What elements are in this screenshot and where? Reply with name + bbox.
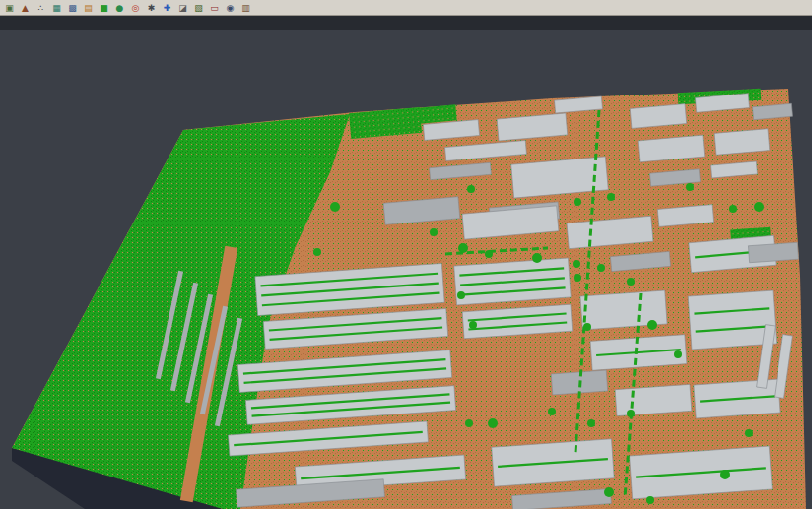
crosshair-icon[interactable]: ✚	[161, 2, 173, 14]
tree	[646, 496, 654, 504]
tree	[330, 202, 340, 212]
histogram-icon[interactable]: ▥	[239, 2, 252, 14]
tree	[532, 253, 542, 263]
tree	[686, 183, 694, 191]
tree	[430, 228, 438, 236]
classification-icon[interactable]: ■	[98, 2, 110, 14]
tree	[313, 248, 321, 256]
dense-cloud-icon[interactable]: ▦	[50, 2, 63, 14]
tree	[574, 274, 581, 282]
viewport-top-band	[0, 16, 812, 30]
tree	[467, 185, 475, 193]
tree	[469, 321, 477, 329]
tree	[597, 264, 605, 272]
tree	[583, 323, 591, 331]
application-window: ▣▲∴▦▩▤■●◎✱✚◪▧▭◉▥	[0, 0, 812, 509]
main-toolbar: ▣▲∴▦▩▤■●◎✱✚◪▧▭◉▥	[0, 0, 812, 16]
target-icon[interactable]: ◎	[129, 2, 142, 14]
tree	[729, 205, 737, 213]
measure-icon[interactable]: ▭	[208, 2, 221, 14]
tree	[627, 278, 635, 286]
tree	[548, 408, 556, 415]
building-roof	[492, 439, 614, 486]
texture-icon[interactable]: ▤	[82, 2, 95, 14]
tree	[465, 419, 473, 427]
tree	[485, 250, 493, 258]
tree	[754, 202, 764, 212]
vegetation-patch	[418, 104, 456, 123]
building-roof	[590, 335, 687, 371]
tree	[587, 419, 595, 427]
tree	[627, 410, 635, 417]
building-roof	[454, 258, 572, 305]
sphere-icon[interactable]: ●	[113, 2, 126, 14]
tree	[607, 193, 615, 201]
tree	[574, 198, 581, 206]
tree	[674, 350, 682, 358]
tree	[488, 418, 498, 428]
building-roof	[615, 384, 692, 415]
globe-icon[interactable]: ◉	[224, 2, 237, 14]
tree	[573, 260, 580, 268]
3d-viewport[interactable]	[0, 0, 812, 509]
building-roof	[714, 129, 770, 156]
tree	[457, 291, 465, 299]
tools-icon[interactable]: ✱	[145, 2, 158, 14]
tree	[604, 487, 614, 497]
grid-icon[interactable]: ▧	[192, 2, 205, 14]
tree	[720, 470, 730, 479]
crop-icon[interactable]: ◪	[176, 2, 189, 14]
tree	[647, 320, 657, 330]
mesh-icon[interactable]: ▩	[66, 2, 79, 14]
open-project-icon[interactable]: ▣	[3, 2, 16, 14]
building-roof	[694, 379, 780, 418]
tree	[458, 243, 468, 253]
terrain-icon[interactable]: ▲	[19, 2, 32, 14]
tree	[745, 429, 753, 437]
point-cloud-icon[interactable]: ∴	[34, 2, 47, 14]
building-roof	[748, 242, 798, 262]
